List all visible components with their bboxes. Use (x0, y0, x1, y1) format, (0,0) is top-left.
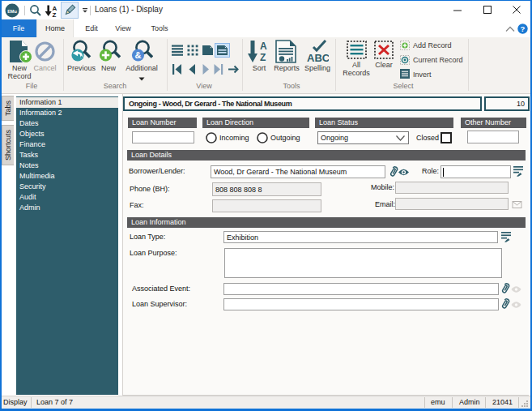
svg-text:&: & (135, 50, 142, 60)
svg-text:ABC: ABC (307, 52, 329, 63)
svg-text:Z: Z (260, 52, 266, 63)
svg-text:Z: Z (53, 11, 57, 18)
svg-text:?: ? (521, 24, 526, 33)
svg-text:A: A (260, 41, 267, 52)
svg-text:EMu: EMu (7, 9, 17, 14)
